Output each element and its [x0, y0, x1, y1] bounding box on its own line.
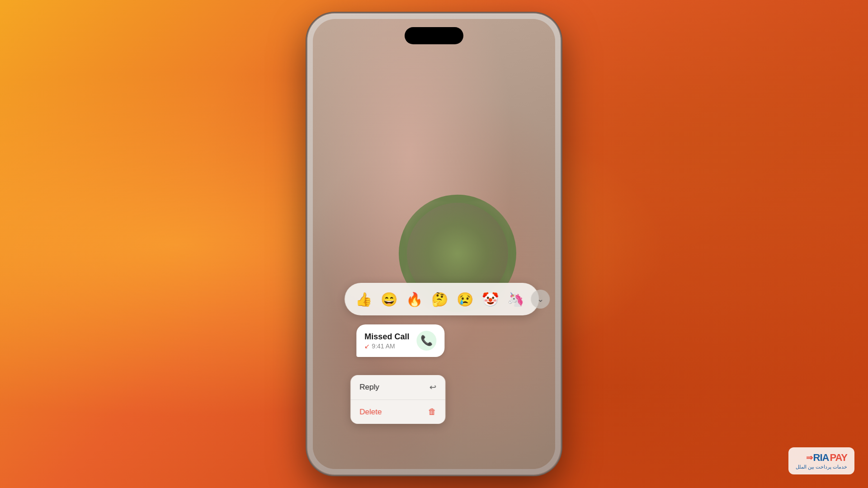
watermark: ⇒ RIA PAY خدمات پرداخت بین الملل [788, 447, 854, 474]
emoji-reaction-bar: 👍 😄 🔥 🤔 😢 🤡 🦄 ⌄ [344, 283, 539, 315]
reply-icon: ↩ [429, 382, 436, 392]
context-menu: Reply ↩ Delete 🗑 [350, 375, 445, 424]
delete-label: Delete [359, 408, 382, 417]
emoji-thumbs-up[interactable]: 👍 [352, 287, 375, 311]
emoji-crying[interactable]: 😢 [453, 287, 476, 311]
message-title: Missed Call [364, 332, 409, 342]
brand-name: RIA [813, 452, 829, 464]
missed-call-icon: ↙ [364, 343, 370, 350]
message-content: Missed Call ↙ 9:41 AM [364, 332, 409, 350]
emoji-thinking[interactable]: 🤔 [428, 287, 451, 311]
emoji-fire[interactable]: 🔥 [402, 287, 426, 311]
brand-arrow-icon: ⇒ [806, 453, 812, 463]
reply-label: Reply [359, 383, 379, 392]
delete-icon: 🗑 [428, 407, 436, 417]
phone-call-icon: 📞 [416, 331, 436, 351]
menu-item-delete[interactable]: Delete 🗑 [350, 400, 445, 424]
brand-name-pay: PAY [830, 452, 847, 464]
message-bubble: Missed Call ↙ 9:41 AM 📞 [356, 324, 444, 357]
message-timestamp: 9:41 AM [372, 343, 395, 350]
emoji-unicorn[interactable]: 🦄 [504, 287, 527, 311]
phone-symbol: 📞 [420, 335, 433, 347]
phone-frame: 👍 😄 🔥 🤔 😢 🤡 🦄 ⌄ Missed Call ↙ 9:41 AM 📞 [307, 14, 561, 474]
emoji-clown[interactable]: 🤡 [478, 287, 502, 311]
dynamic-island [405, 27, 463, 44]
brand-logo: ⇒ RIA PAY [806, 452, 847, 464]
emoji-grinning[interactable]: 😄 [377, 287, 401, 311]
phone-screen: 👍 😄 🔥 🤔 😢 🤡 🦄 ⌄ Missed Call ↙ 9:41 AM 📞 [313, 19, 555, 469]
emoji-more-button[interactable]: ⌄ [531, 290, 550, 309]
brand-tagline: خدمات پرداخت بین الملل [796, 464, 847, 470]
message-time: ↙ 9:41 AM [364, 343, 409, 350]
chevron-down-icon: ⌄ [537, 294, 544, 304]
menu-item-reply[interactable]: Reply ↩ [350, 375, 445, 400]
